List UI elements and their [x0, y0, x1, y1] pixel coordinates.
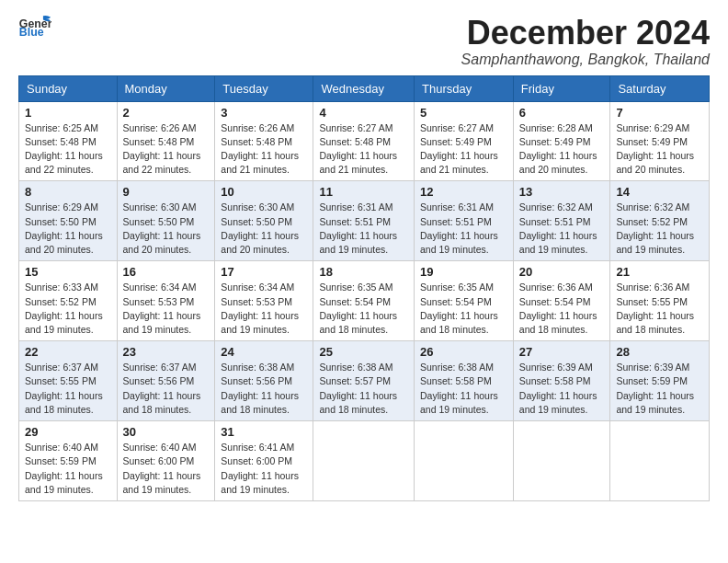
day-number: 11	[319, 185, 408, 199]
day-detail: Sunrise: 6:32 AMSunset: 5:51 PMDaylight:…	[519, 201, 605, 257]
col-monday: Monday	[117, 75, 215, 101]
calendar-cell: 8 Sunrise: 6:29 AMSunset: 5:50 PMDayligh…	[19, 181, 118, 261]
calendar-cell: 10 Sunrise: 6:30 AMSunset: 5:50 PMDaylig…	[215, 181, 313, 261]
col-thursday: Thursday	[415, 75, 514, 101]
calendar-cell: 5 Sunrise: 6:27 AMSunset: 5:49 PMDayligh…	[415, 101, 514, 181]
day-number: 17	[221, 265, 307, 279]
day-number: 12	[420, 185, 507, 199]
day-detail: Sunrise: 6:29 AMSunset: 5:49 PMDaylight:…	[616, 121, 703, 178]
day-number: 23	[123, 345, 210, 359]
calendar-cell: 23 Sunrise: 6:37 AMSunset: 5:56 PMDaylig…	[117, 341, 215, 421]
day-number: 5	[420, 106, 507, 120]
day-detail: Sunrise: 6:38 AMSunset: 5:56 PMDaylight:…	[221, 361, 307, 417]
day-number: 22	[25, 345, 111, 359]
day-detail: Sunrise: 6:38 AMSunset: 5:57 PMDaylight:…	[319, 361, 408, 417]
calendar-cell: 13 Sunrise: 6:32 AMSunset: 5:51 PMDaylig…	[513, 181, 610, 261]
day-detail: Sunrise: 6:30 AMSunset: 5:50 PMDaylight:…	[221, 201, 307, 257]
logo-icon: General Blue	[18, 15, 51, 37]
col-sunday: Sunday	[19, 75, 118, 101]
day-detail: Sunrise: 6:27 AMSunset: 5:49 PMDaylight:…	[420, 121, 507, 178]
day-number: 25	[319, 345, 408, 359]
month-title: December 2024	[461, 15, 710, 52]
col-saturday: Saturday	[610, 75, 710, 101]
page-header: General Blue December 2024 Samphanthawon…	[18, 15, 710, 68]
day-detail: Sunrise: 6:41 AMSunset: 6:00 PMDaylight:…	[221, 441, 307, 497]
calendar-week-row: 15 Sunrise: 6:33 AMSunset: 5:52 PMDaylig…	[19, 261, 710, 341]
col-friday: Friday	[513, 75, 610, 101]
day-detail: Sunrise: 6:38 AMSunset: 5:58 PMDaylight:…	[420, 361, 507, 417]
day-number: 9	[123, 185, 210, 199]
calendar-cell: 17 Sunrise: 6:34 AMSunset: 5:53 PMDaylig…	[215, 261, 313, 341]
calendar-cell: 31 Sunrise: 6:41 AMSunset: 6:00 PMDaylig…	[215, 421, 313, 501]
calendar-cell: 22 Sunrise: 6:37 AMSunset: 5:55 PMDaylig…	[19, 341, 118, 421]
day-detail: Sunrise: 6:28 AMSunset: 5:49 PMDaylight:…	[519, 121, 605, 178]
calendar-cell: 21 Sunrise: 6:36 AMSunset: 5:55 PMDaylig…	[610, 261, 710, 341]
calendar-cell: 27 Sunrise: 6:39 AMSunset: 5:58 PMDaylig…	[513, 341, 610, 421]
day-number: 15	[25, 265, 111, 279]
calendar-cell: 4 Sunrise: 6:27 AMSunset: 5:48 PMDayligh…	[313, 101, 415, 181]
calendar-cell	[415, 421, 514, 501]
day-detail: Sunrise: 6:29 AMSunset: 5:50 PMDaylight:…	[25, 201, 111, 257]
calendar-cell: 28 Sunrise: 6:39 AMSunset: 5:59 PMDaylig…	[610, 341, 710, 421]
day-detail: Sunrise: 6:36 AMSunset: 5:54 PMDaylight:…	[519, 281, 605, 337]
day-number: 19	[420, 265, 507, 279]
day-number: 21	[616, 265, 703, 279]
day-number: 1	[25, 106, 111, 120]
calendar-week-row: 22 Sunrise: 6:37 AMSunset: 5:55 PMDaylig…	[19, 341, 710, 421]
day-number: 30	[123, 425, 210, 439]
day-detail: Sunrise: 6:35 AMSunset: 5:54 PMDaylight:…	[319, 281, 408, 337]
day-detail: Sunrise: 6:39 AMSunset: 5:58 PMDaylight:…	[519, 361, 605, 417]
day-number: 18	[319, 265, 408, 279]
day-number: 10	[221, 185, 307, 199]
calendar-week-row: 8 Sunrise: 6:29 AMSunset: 5:50 PMDayligh…	[19, 181, 710, 261]
day-number: 26	[420, 345, 507, 359]
calendar-cell: 15 Sunrise: 6:33 AMSunset: 5:52 PMDaylig…	[19, 261, 118, 341]
day-detail: Sunrise: 6:34 AMSunset: 5:53 PMDaylight:…	[123, 281, 210, 337]
day-number: 31	[221, 425, 307, 439]
day-detail: Sunrise: 6:25 AMSunset: 5:48 PMDaylight:…	[25, 121, 111, 178]
calendar-cell: 26 Sunrise: 6:38 AMSunset: 5:58 PMDaylig…	[415, 341, 514, 421]
calendar-table: Sunday Monday Tuesday Wednesday Thursday…	[18, 75, 710, 501]
calendar-cell	[313, 421, 415, 501]
calendar-week-row: 29 Sunrise: 6:40 AMSunset: 5:59 PMDaylig…	[19, 421, 710, 501]
day-detail: Sunrise: 6:34 AMSunset: 5:53 PMDaylight:…	[221, 281, 307, 337]
day-detail: Sunrise: 6:26 AMSunset: 5:48 PMDaylight:…	[123, 121, 210, 178]
day-detail: Sunrise: 6:31 AMSunset: 5:51 PMDaylight:…	[420, 201, 507, 257]
logo: General Blue	[18, 15, 51, 37]
weekday-header-row: Sunday Monday Tuesday Wednesday Thursday…	[19, 75, 710, 101]
day-detail: Sunrise: 6:31 AMSunset: 5:51 PMDaylight:…	[319, 201, 408, 257]
calendar-cell: 29 Sunrise: 6:40 AMSunset: 5:59 PMDaylig…	[19, 421, 118, 501]
location: Samphanthawong, Bangkok, Thailand	[461, 52, 710, 68]
svg-text:Blue: Blue	[19, 26, 44, 37]
calendar-week-row: 1 Sunrise: 6:25 AMSunset: 5:48 PMDayligh…	[19, 101, 710, 181]
day-number: 2	[123, 106, 210, 120]
day-detail: Sunrise: 6:36 AMSunset: 5:55 PMDaylight:…	[616, 281, 703, 337]
day-detail: Sunrise: 6:27 AMSunset: 5:48 PMDaylight:…	[319, 121, 408, 178]
calendar-cell: 20 Sunrise: 6:36 AMSunset: 5:54 PMDaylig…	[513, 261, 610, 341]
calendar-cell: 6 Sunrise: 6:28 AMSunset: 5:49 PMDayligh…	[513, 101, 610, 181]
calendar-cell: 9 Sunrise: 6:30 AMSunset: 5:50 PMDayligh…	[117, 181, 215, 261]
day-number: 27	[519, 345, 605, 359]
calendar-cell: 30 Sunrise: 6:40 AMSunset: 6:00 PMDaylig…	[117, 421, 215, 501]
calendar-cell: 18 Sunrise: 6:35 AMSunset: 5:54 PMDaylig…	[313, 261, 415, 341]
day-detail: Sunrise: 6:40 AMSunset: 6:00 PMDaylight:…	[123, 441, 210, 497]
calendar-cell: 16 Sunrise: 6:34 AMSunset: 5:53 PMDaylig…	[117, 261, 215, 341]
calendar-cell	[513, 421, 610, 501]
day-number: 24	[221, 345, 307, 359]
day-number: 13	[519, 185, 605, 199]
day-number: 4	[319, 106, 408, 120]
day-detail: Sunrise: 6:30 AMSunset: 5:50 PMDaylight:…	[123, 201, 210, 257]
day-detail: Sunrise: 6:32 AMSunset: 5:52 PMDaylight:…	[616, 201, 703, 257]
day-number: 29	[25, 425, 111, 439]
col-wednesday: Wednesday	[313, 75, 415, 101]
day-number: 28	[616, 345, 703, 359]
calendar-cell: 14 Sunrise: 6:32 AMSunset: 5:52 PMDaylig…	[610, 181, 710, 261]
day-detail: Sunrise: 6:37 AMSunset: 5:55 PMDaylight:…	[25, 361, 111, 417]
title-block: December 2024 Samphanthawong, Bangkok, T…	[461, 15, 710, 68]
calendar-cell: 19 Sunrise: 6:35 AMSunset: 5:54 PMDaylig…	[415, 261, 514, 341]
day-number: 6	[519, 106, 605, 120]
col-tuesday: Tuesday	[215, 75, 313, 101]
day-detail: Sunrise: 6:40 AMSunset: 5:59 PMDaylight:…	[25, 441, 111, 497]
day-number: 14	[616, 185, 703, 199]
calendar-cell: 11 Sunrise: 6:31 AMSunset: 5:51 PMDaylig…	[313, 181, 415, 261]
